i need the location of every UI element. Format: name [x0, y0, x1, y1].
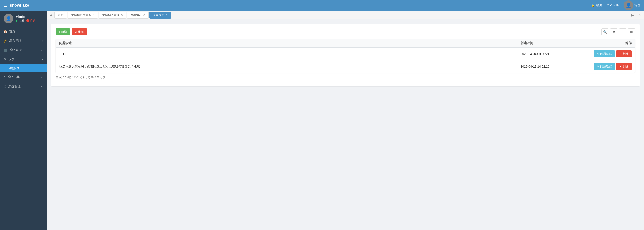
tab-issue-feedback[interactable]: 问题反馈 ✕ — [150, 11, 171, 19]
tab-refresh[interactable]: ↻ — [637, 13, 642, 17]
sidebar-avatar: 👤 — [4, 14, 13, 23]
header-left: ☰ snowflake — [4, 3, 29, 8]
sidebar-item-invoice[interactable]: 🎓 发票管理 ＜ — [0, 36, 47, 45]
list-view-button[interactable]: ☰ — [619, 28, 626, 35]
toolbar: + 新增 ✕ 删除 🔍 ↻ ☰ ⊞ — [56, 28, 635, 35]
row2-track-label: 问题追踪 — [600, 64, 612, 68]
tab-invoice-db[interactable]: 发票信息库管理 ✕ — [68, 11, 98, 19]
table-header: 问题描述 创建时间 操作 — [56, 39, 635, 48]
delete-icon-2: ✕ — [619, 65, 622, 68]
monitor-icon: 📹 — [4, 48, 7, 52]
tab-issue-feedback-label: 问题反馈 — [153, 13, 164, 17]
refresh-icon: ↻ — [612, 30, 615, 34]
col-header-description: 问题描述 — [59, 41, 520, 45]
row2-track-button[interactable]: ✎ 问题追踪 — [594, 63, 615, 70]
tab-nav-prev[interactable]: ◀ — [48, 13, 54, 17]
avatar: 👤 — [624, 0, 633, 10]
row2-description: 我是问题反馈示例，点击问题追踪可以在线与管理员沟通哦 — [59, 64, 520, 68]
user-name: admin — [16, 15, 35, 18]
row1-created-at: 2023-04-04 09:30:24 — [520, 52, 583, 56]
list-icon: ☰ — [621, 30, 624, 34]
feedback-icon: 👁 — [4, 58, 7, 61]
delete-button[interactable]: ✕ 删除 — [72, 28, 87, 35]
toolbar-right: 🔍 ↻ ☰ ⊞ — [601, 28, 635, 35]
row1-actions: ✎ 问题追踪 ✕ 删除 — [583, 50, 632, 57]
lock-screen-button[interactable]: 🔒 锁屏 — [591, 3, 602, 7]
sidebar-item-monitor-label: 系统监控 — [9, 48, 22, 52]
sidebar-item-tools-label: 系统工具 — [7, 75, 20, 79]
main-card: + 新增 ✕ 删除 🔍 ↻ ☰ ⊞ — [51, 24, 640, 86]
header-right: 🔒 锁屏 ✕✕ 全屏 👤 管理 — [591, 0, 640, 10]
grid-view-button[interactable]: ⊞ — [628, 28, 635, 35]
edit-icon: ✎ — [597, 52, 599, 56]
sidebar-item-monitor[interactable]: 📹 系统监控 ＜ — [0, 45, 47, 55]
tab-invoice-db-close[interactable]: ✕ — [92, 13, 94, 16]
add-button[interactable]: + 新增 — [56, 28, 70, 35]
content-area: ◀ 首页 发票信息库管理 ✕ 发票导入管理 ✕ 发票验证 ✕ 问题反馈 ✕ ▶ — [47, 11, 644, 230]
table-row: 我是问题反馈示例，点击问题追踪可以在线与管理员沟通哦 2023-04-12 14… — [56, 60, 635, 73]
chevron-right-icon-3: ＜ — [41, 76, 43, 79]
fullscreen-button[interactable]: ✕✕ 全屏 — [607, 3, 619, 7]
sidebar-item-tools[interactable]: ≡ 系统工具 ＜ — [0, 72, 47, 82]
pagination-info: 显示第 1 到第 2 条记录，总共 2 条记录 — [56, 73, 635, 82]
sidebar-item-home[interactable]: 🏠 首页 — [0, 27, 47, 36]
grid-icon: ⊞ — [630, 30, 633, 34]
chevron-right-icon: ＜ — [41, 39, 43, 43]
top-header: ☰ snowflake 🔒 锁屏 ✕✕ 全屏 👤 管理 — [0, 0, 644, 11]
sidebar-item-home-label: 首页 — [9, 29, 15, 33]
tab-invoice-verify-close[interactable]: ✕ — [143, 13, 145, 16]
search-button[interactable]: 🔍 — [601, 28, 608, 35]
sidebar: 👤 admin 在线 🔴 注销 🏠 首页 🎓 — [0, 11, 47, 230]
col-header-created-at: 创建时间 — [520, 41, 583, 45]
sidebar-sub-item-issue-feedback[interactable]: 问题反馈 — [0, 64, 47, 72]
delete-icon: ✕ — [619, 52, 622, 56]
tab-invoice-db-label: 发票信息库管理 — [71, 13, 91, 17]
row1-track-label: 问题追踪 — [600, 52, 612, 56]
sidebar-item-feedback-label: 反馈 — [8, 57, 15, 61]
row1-description: 11111 — [59, 52, 520, 56]
sidebar-sub-item-label: 问题反馈 — [8, 66, 20, 70]
row1-track-button[interactable]: ✎ 问题追踪 — [594, 50, 615, 57]
tab-nav-next[interactable]: ▶ — [630, 13, 635, 17]
user-info: admin 在线 🔴 注销 — [16, 15, 35, 23]
tab-issue-feedback-close[interactable]: ✕ — [166, 13, 168, 16]
gear-icon: ⚙ — [4, 85, 6, 88]
tab-invoice-verify-label: 发票验证 — [130, 13, 142, 17]
hamburger-icon[interactable]: ☰ — [4, 3, 7, 8]
sidebar-item-sysadmin[interactable]: ⚙ 系统管理 ＜ — [0, 82, 47, 91]
tab-bar: ◀ 首页 发票信息库管理 ✕ 发票导入管理 ✕ 发票验证 ✕ 问题反馈 ✕ ▶ — [47, 11, 644, 19]
tab-invoice-import-close[interactable]: ✕ — [121, 13, 123, 16]
tab-home[interactable]: 首页 — [54, 11, 67, 19]
status-label: 在线 — [19, 19, 24, 23]
sidebar-item-sysadmin-label: 系统管理 — [8, 84, 21, 88]
user-status: 在线 🔴 注销 — [16, 19, 35, 23]
row2-created-at: 2023-04-12 14:02:26 — [520, 65, 583, 68]
row2-delete-button[interactable]: ✕ 删除 — [616, 63, 632, 70]
sidebar-menu: 🏠 首页 🎓 发票管理 ＜ 📹 系统监控 ＜ — [0, 27, 47, 230]
fullscreen-icon: ✕✕ — [607, 3, 612, 7]
search-icon: 🔍 — [603, 30, 607, 34]
chevron-down-icon: ∨ — [41, 58, 43, 61]
col-header-actions: 操作 — [583, 41, 632, 45]
data-table: 问题描述 创建时间 操作 11111 2023-04-04 09:30:24 ✎… — [56, 39, 635, 73]
table-row: 11111 2023-04-04 09:30:24 ✎ 问题追踪 ✕ 删除 — [56, 48, 635, 60]
status-dot — [16, 20, 17, 22]
sidebar-item-feedback[interactable]: 👁 反馈 ∨ — [0, 55, 47, 64]
toolbar-left: + 新增 ✕ 删除 — [56, 28, 87, 35]
page-content: + 新增 ✕ 删除 🔍 ↻ ☰ ⊞ — [47, 19, 644, 230]
app-title: snowflake — [10, 3, 29, 8]
tools-icon: ≡ — [4, 75, 5, 79]
tab-invoice-verify[interactable]: 发票验证 ✕ — [127, 11, 148, 19]
refresh-button[interactable]: ↻ — [610, 28, 617, 35]
row2-actions: ✎ 问题追踪 ✕ 删除 — [583, 63, 632, 70]
row1-delete-button[interactable]: ✕ 删除 — [616, 50, 632, 57]
tab-home-label: 首页 — [58, 13, 64, 17]
logout-button[interactable]: 🔴 注销 — [26, 19, 35, 23]
row1-delete-label: 删除 — [623, 52, 628, 56]
invoice-icon: 🎓 — [4, 39, 7, 43]
home-icon: 🏠 — [4, 30, 7, 33]
user-avatar-button[interactable]: 👤 管理 — [624, 0, 640, 10]
tab-bar-right: ▶ ↻ — [630, 13, 642, 17]
tab-invoice-import[interactable]: 发票导入管理 ✕ — [99, 11, 126, 19]
edit-icon-2: ✎ — [597, 65, 599, 68]
